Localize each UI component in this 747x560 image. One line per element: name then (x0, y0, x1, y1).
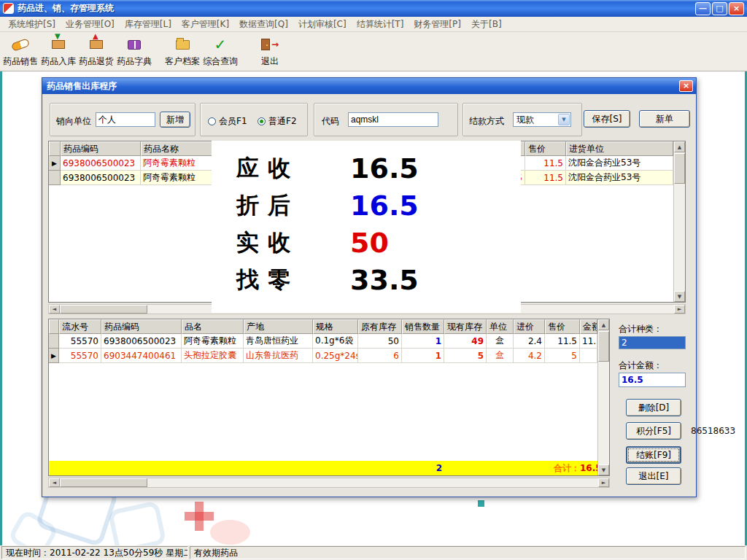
menu-audit[interactable]: 计划审核[C] (293, 17, 352, 32)
scroll-down-icon[interactable]: ▼ (674, 291, 685, 302)
scrollbar-thumb[interactable] (598, 331, 609, 362)
app-icon (3, 3, 14, 14)
scroll-right-icon[interactable]: ► (598, 478, 609, 487)
column-header[interactable]: 规格 (313, 319, 358, 334)
due-value: 16.5 (350, 152, 419, 184)
add-customer-button[interactable]: 新增 (160, 112, 190, 128)
row-selector (49, 334, 59, 349)
column-header[interactable]: 原有库存 (358, 319, 402, 334)
scroll-left-icon[interactable]: ◄ (49, 478, 60, 487)
toolbar-drug-dictionary[interactable]: 药品字典 (115, 35, 153, 69)
minimize-button[interactable]: — (695, 2, 711, 15)
toolbar-drug-return[interactable]: ▲ 药品退货 (77, 35, 115, 69)
save-button[interactable]: 保存[S] (584, 110, 630, 128)
column-header[interactable]: 药品编码 (61, 141, 141, 156)
pill-sale-icon (12, 36, 29, 52)
cell: 11.5 (580, 334, 597, 349)
payment-groupbox: 结款方式 现款 ▼ (462, 103, 582, 136)
menu-settlement[interactable]: 结算统计[T] (352, 17, 409, 32)
menu-inventory[interactable]: 库存管理[L] (120, 17, 177, 32)
close-button[interactable]: × (729, 2, 744, 15)
column-header[interactable]: 单位 (487, 319, 514, 334)
column-header[interactable]: 流水号 (59, 319, 101, 334)
cell: 50 (358, 334, 402, 349)
cell: 6938006500023 (101, 334, 182, 349)
scroll-left-icon[interactable]: ◄ (49, 305, 60, 314)
background-phone-number: 86518633 (691, 426, 735, 436)
vertical-scrollbar[interactable]: ▲ ▼ (597, 319, 609, 475)
scrollbar-thumb[interactable] (60, 305, 147, 314)
total-kinds-value: 2 (619, 336, 686, 349)
toolbar-exit[interactable]: → 退出 (251, 35, 289, 69)
scrollbar-thumb[interactable] (674, 153, 685, 184)
cell: 0.1g*6袋 (313, 334, 358, 349)
payment-select[interactable]: 现款 ▼ (513, 112, 571, 127)
change-value: 33.5 (350, 264, 419, 296)
menu-query[interactable]: 数据查询[Q] (234, 17, 293, 32)
menu-customer[interactable]: 客户管理[K] (177, 17, 234, 32)
new-order-button[interactable]: 新单 (639, 110, 690, 128)
scroll-up-icon[interactable]: ▲ (598, 319, 609, 330)
payment-panel: 应收 16.5 折后 16.5 实收 50 找零 33.5 (212, 141, 521, 313)
detail-grid-header: 流水号 药品编码 品名 产地 规格 原有库存 销售数量 现有库存 单位 进价 售… (49, 319, 609, 334)
cell: 49 (444, 334, 487, 349)
customer-groupbox: 销向单位 新增 (50, 103, 196, 136)
column-header[interactable]: 销售数量 (402, 319, 444, 334)
checkout-button[interactable]: 结账[F9] (626, 446, 681, 464)
toolbar-stock-in[interactable]: ▼ 药品入库 (39, 35, 77, 69)
horizontal-scrollbar[interactable]: ◄ ► (48, 478, 610, 488)
column-header[interactable]: 进货单位 (566, 141, 673, 156)
exit-button[interactable]: 退出[E] (626, 467, 681, 485)
main-titlebar[interactable]: 药品进、销、存管理系统 — □ × (0, 0, 747, 17)
total-amount-value: 16.5 (619, 373, 686, 387)
payment-label: 结款方式 (469, 115, 504, 128)
code-label: 代码 (322, 115, 339, 128)
scrollbar-thumb[interactable] (60, 478, 147, 487)
row-selector-icon: ▶ (49, 156, 61, 171)
column-header[interactable]: 产地 (244, 319, 313, 334)
maximize-button[interactable]: □ (712, 2, 727, 15)
query-check-icon: ✓ (214, 36, 227, 52)
delete-button[interactable]: 删除[D] (626, 399, 681, 416)
total-amount: 16.5 (580, 463, 597, 473)
paid-row: 实收 50 (236, 224, 521, 261)
customer-file-icon (176, 36, 190, 52)
cell: 阿奇霉素颗粒 (182, 334, 244, 349)
member-radio[interactable]: 会员F1 (208, 115, 247, 128)
menu-finance[interactable]: 财务管理[P] (409, 17, 466, 32)
table-row[interactable]: ▶ 55570 6903447400461 头孢拉定胶囊 山东鲁抗医药 0.25… (49, 349, 609, 363)
column-header[interactable]: 售价 (525, 141, 566, 156)
toolbar-customer-file[interactable]: 客户档案 (163, 35, 201, 69)
menu-business[interactable]: 业务管理[O] (61, 17, 120, 32)
toolbar-combined-query[interactable]: ✓ 综合查询 (201, 35, 239, 69)
scroll-up-icon[interactable]: ▲ (674, 141, 685, 152)
normal-radio[interactable]: 普通F2 (258, 115, 297, 128)
points-button[interactable]: 积分[F5] (626, 422, 681, 440)
table-row[interactable]: 55570 6938006500023 阿奇霉素颗粒 青岛唐恒药业 0.1g*6… (49, 334, 609, 349)
code-input[interactable] (348, 112, 438, 127)
toolbar-drug-sale[interactable]: 药品销售 (1, 35, 39, 69)
scroll-down-icon[interactable]: ▼ (598, 464, 609, 475)
row-selector (49, 171, 61, 185)
vertical-scrollbar[interactable]: ▲ ▼ (673, 141, 685, 302)
customer-input[interactable] (96, 112, 155, 127)
watermark-red-cross (185, 502, 214, 531)
column-header[interactable]: 品名 (182, 319, 244, 334)
scroll-right-icon[interactable]: ► (674, 305, 685, 314)
menu-system[interactable]: 系统维护[S] (3, 17, 61, 32)
menu-about[interactable]: 关于[B] (466, 17, 507, 32)
watermark-dot (478, 500, 484, 507)
column-header[interactable]: 现有库存 (444, 319, 487, 334)
dialog-close-button[interactable]: × (679, 80, 693, 92)
radio-dot (208, 117, 216, 125)
dialog-titlebar[interactable]: 药品销售出库程序 (42, 78, 696, 94)
scrollbar-track[interactable] (147, 478, 598, 487)
cell: 11.5 (545, 334, 580, 349)
column-header[interactable]: 进价 (514, 319, 545, 334)
total-row: 2 合计： 16.5 (49, 461, 597, 475)
column-header[interactable]: 金额 (580, 319, 597, 334)
column-header[interactable]: 售价 (545, 319, 580, 334)
column-header[interactable]: 药品编码 (101, 319, 182, 334)
window-title: 药品进、销、存管理系统 (18, 2, 695, 15)
chevron-down-icon[interactable]: ▼ (558, 114, 570, 125)
